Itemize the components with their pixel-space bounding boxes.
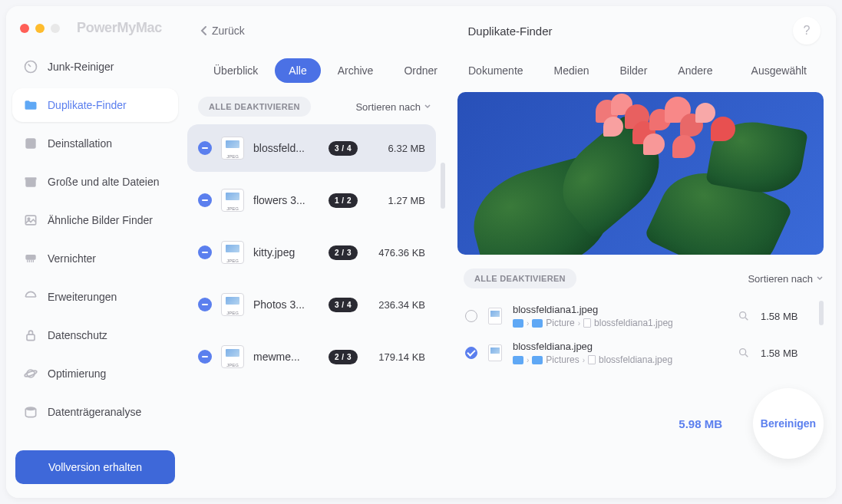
sidebar-item-shredder[interactable]: Vernichter: [12, 242, 178, 275]
folder-icon: [513, 319, 523, 328]
svg-rect-2: [25, 180, 35, 187]
back-button[interactable]: Zurück: [200, 25, 245, 37]
sidebar-item-label: Duplikate-Finder: [48, 99, 127, 111]
sidebar-item-privacy[interactable]: Datenschutz: [12, 318, 178, 352]
folder-icon: [513, 356, 523, 364]
clean-button[interactable]: Bereinigen: [753, 388, 824, 459]
gauge-icon: [23, 59, 38, 74]
file-group-row[interactable]: JPEG Photos 3... 3 / 4 236.34 KB: [187, 281, 436, 328]
sidebar-item-label: Erweiterungen: [48, 291, 117, 303]
deselect-group-button[interactable]: [198, 245, 212, 259]
chevron-down-icon: [424, 104, 431, 110]
sidebar-item-label: Datenträgeranalyse: [48, 406, 141, 418]
deselect-group-button[interactable]: [198, 193, 212, 207]
tab-other[interactable]: Andere: [664, 58, 726, 83]
tab-all[interactable]: Alle: [275, 58, 320, 83]
sidebar-item-junk-cleaner[interactable]: Junk-Reiniger: [12, 50, 178, 84]
filter-tabs: Überblick Alle Archive Ordner Dokumente …: [184, 52, 836, 92]
svg-rect-7: [27, 334, 35, 341]
svg-point-9: [24, 370, 37, 377]
disk-icon: [23, 404, 38, 420]
full-version-button[interactable]: Vollversion erhalten: [15, 450, 175, 484]
reveal-in-finder-icon[interactable]: [738, 347, 750, 359]
file-size: 179.14 KB: [367, 351, 425, 363]
preview-image: [457, 92, 824, 255]
file-group-row[interactable]: JPEG blossfeld... 3 / 4 6.32 MB: [187, 124, 436, 172]
page-title: Duplikate-Finder: [467, 25, 552, 38]
shredder-icon: [23, 251, 38, 266]
duplicate-file-row[interactable]: blossfeldiana1.jpeg › Picture › blossfel…: [457, 298, 814, 334]
file-group-row[interactable]: JPEG flowers 3... 1 / 2 1.27 MB: [187, 176, 436, 224]
zoom-window-button[interactable]: [51, 24, 60, 33]
select-checkbox[interactable]: [465, 347, 477, 359]
svg-point-10: [25, 407, 35, 410]
duplicate-groups-panel: ALLE DEAKTIVIEREN Sortieren nach JPEG bl…: [184, 92, 445, 486]
file-size: 6.32 MB: [367, 143, 425, 154]
sidebar-item-duplicate-finder[interactable]: Duplikate-Finder: [12, 88, 178, 122]
left-panel-header: ALLE DEAKTIVIEREN Sortieren nach: [184, 92, 445, 124]
jpeg-thumbnail-icon: JPEG: [221, 189, 244, 212]
close-window-button[interactable]: [20, 24, 29, 33]
sidebar-item-disk-analysis[interactable]: Datenträgeranalyse: [12, 395, 178, 429]
deselect-group-button[interactable]: [198, 141, 212, 155]
file-group-row[interactable]: JPEG mewme... 2 / 3 179.14 KB: [187, 333, 436, 380]
tab-selected[interactable]: Ausgewählt: [738, 58, 821, 83]
path-separator-icon: ›: [583, 356, 585, 364]
sidebar-item-label: Ähnliche Bilder Finder: [48, 214, 153, 226]
reveal-in-finder-icon[interactable]: [738, 310, 750, 322]
sidebar-item-large-old-files[interactable]: Große und alte Dateien: [12, 165, 178, 199]
scrollbar[interactable]: [819, 301, 824, 325]
folder-icon: [532, 356, 543, 364]
app-window: PowerMyMac Junk-Reiniger Duplikate-Finde…: [6, 6, 836, 498]
deselect-group-button[interactable]: [198, 298, 212, 311]
tab-images[interactable]: Bilder: [606, 58, 662, 83]
sidebar-item-extensions[interactable]: Erweiterungen: [12, 280, 178, 314]
sidebar-item-optimization[interactable]: Optimierung: [12, 357, 178, 390]
minimize-window-button[interactable]: [35, 24, 45, 33]
sidebar-item-label: Deinstallation: [48, 137, 112, 150]
chevron-left-icon: [200, 25, 207, 36]
lock-icon: [23, 328, 38, 343]
file-size: 1.27 MB: [367, 195, 425, 206]
file-group-row[interactable]: JPEG kitty.jpeg 2 / 3 476.36 KB: [187, 229, 436, 276]
jpeg-thumbnail-icon: [488, 308, 502, 324]
puzzle-icon: [23, 289, 38, 305]
select-checkbox[interactable]: [465, 310, 477, 322]
svg-rect-3: [25, 177, 37, 180]
sort-label: Sortieren nach: [748, 273, 813, 285]
sidebar-item-label: Optimierung: [48, 367, 106, 380]
planet-icon: [23, 366, 38, 381]
detail-list: blossfeldiana1.jpeg › Picture › blossfel…: [457, 295, 814, 374]
sidebar-item-label: Datenschutz: [48, 329, 107, 341]
path-separator-icon: ›: [527, 319, 529, 328]
sidebar-item-similar-images[interactable]: Ähnliche Bilder Finder: [12, 203, 178, 237]
svg-rect-1: [25, 138, 35, 148]
file-size: 1.58 MB: [761, 348, 807, 359]
sidebar-item-label: Große und alte Dateien: [48, 176, 160, 188]
app-name: PowerMyMac: [77, 20, 162, 36]
file-info: blossfeldiana1.jpeg › Picture › blossfel…: [513, 304, 727, 328]
tab-overview[interactable]: Überblick: [200, 58, 272, 83]
sort-button[interactable]: Sortieren nach: [355, 101, 431, 113]
tab-folders[interactable]: Ordner: [390, 58, 451, 83]
scrollbar[interactable]: [441, 163, 445, 209]
sort-detail-button[interactable]: Sortieren nach: [748, 273, 824, 285]
svg-point-11: [740, 312, 746, 318]
content-area: ALLE DEAKTIVIEREN Sortieren nach JPEG bl…: [184, 92, 836, 498]
tab-media[interactable]: Medien: [540, 58, 603, 83]
help-button[interactable]: ?: [793, 17, 821, 44]
sidebar-item-uninstaller[interactable]: Deinstallation: [12, 127, 178, 160]
deactivate-all-detail-button[interactable]: ALLE DEAKTIVIEREN: [464, 268, 576, 288]
selection-count-badge: 3 / 4: [329, 141, 358, 156]
jpeg-thumbnail-icon: JPEG: [221, 293, 244, 316]
path-separator-icon: ›: [578, 319, 580, 328]
duplicate-file-row[interactable]: blossfeldiana.jpeg › Pictures › blossfel…: [457, 334, 814, 371]
tab-documents[interactable]: Dokumente: [454, 58, 537, 83]
action-footer: 5.98 MB Bereinigen: [457, 374, 824, 459]
file-name: flowers 3...: [253, 194, 319, 206]
deselect-group-button[interactable]: [198, 350, 212, 364]
path-separator-icon: ›: [527, 356, 529, 364]
file-icon: [588, 355, 596, 364]
deactivate-all-button[interactable]: ALLE DEAKTIVIEREN: [198, 97, 311, 117]
tab-archives[interactable]: Archive: [324, 58, 388, 83]
